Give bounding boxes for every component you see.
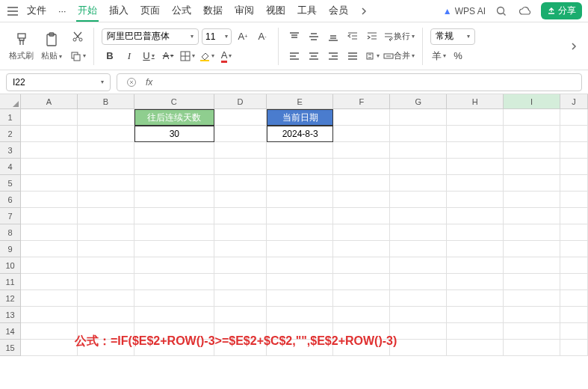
cell[interactable] [390,175,447,192]
font-size-select[interactable]: 11 ▾ [202,28,232,45]
cell[interactable] [447,224,504,241]
strikethrough-button[interactable]: A▾ [160,48,176,64]
cancel-formula-icon[interactable] [123,74,140,91]
col-header-f[interactable]: F [333,94,390,109]
cell[interactable] [504,307,560,323]
col-header-b[interactable]: B [78,94,134,109]
font-increase-icon[interactable]: A+ [235,28,251,45]
number-format-select[interactable]: 常规 ▾ [430,28,475,45]
cell[interactable] [560,175,588,192]
search-icon[interactable] [493,3,510,19]
cell[interactable] [560,159,588,175]
row-header[interactable]: 11 [0,274,21,290]
menu-file[interactable]: 文件 [22,2,51,19]
row-header[interactable]: 12 [0,290,21,307]
cell[interactable] [267,241,334,257]
cell[interactable] [504,175,560,192]
cell[interactable]: 2024-8-3 [267,126,334,142]
cell[interactable] [504,274,560,290]
copy-icon[interactable]: ▾ [69,48,86,64]
orientation-icon[interactable]: ▾ [364,48,380,64]
cell[interactable] [78,142,134,159]
menu-tab-page[interactable]: 页面 [136,2,164,19]
cell[interactable] [21,142,78,159]
cell[interactable] [214,126,267,142]
cell[interactable] [21,257,78,274]
cell[interactable] [78,241,134,257]
merge-button[interactable]: 合并▾ [383,48,415,64]
cell[interactable]: 当前日期 [267,109,334,126]
cell[interactable] [214,208,267,224]
cell[interactable] [447,159,504,175]
cell[interactable] [333,257,390,274]
col-header-i[interactable]: I [504,94,560,109]
cell[interactable] [78,208,134,224]
cell[interactable] [214,307,267,323]
cell[interactable] [560,241,588,257]
font-color-button[interactable]: A▾ [218,48,235,64]
cell[interactable] [21,340,78,356]
align-right-icon[interactable] [325,48,341,64]
cell[interactable] [333,224,390,241]
cell[interactable] [134,274,214,290]
cell[interactable] [78,274,134,290]
cell[interactable] [214,241,267,257]
cell[interactable] [134,142,214,159]
cloud-icon[interactable] [517,3,533,19]
cells-area[interactable]: 往后连续天数当前日期302024-8-3 [21,109,588,356]
cell[interactable] [214,257,267,274]
cell[interactable] [333,175,390,192]
align-middle-icon[interactable] [306,28,322,45]
cell[interactable] [134,175,214,192]
cell[interactable] [134,290,214,307]
formula-input[interactable] [158,77,575,88]
cell[interactable] [214,142,267,159]
cell[interactable] [21,307,78,323]
row-header[interactable]: 8 [0,224,21,241]
cell[interactable] [333,208,390,224]
cell[interactable] [390,142,447,159]
cell[interactable] [390,274,447,290]
col-header-d[interactable]: D [214,94,267,109]
cell[interactable]: 往后连续天数 [134,109,214,126]
cell[interactable] [78,175,134,192]
cell[interactable] [267,192,334,208]
row-header[interactable]: 10 [0,257,21,274]
col-header-j[interactable]: J [560,94,588,109]
underline-button[interactable]: U▾ [140,48,157,64]
cell[interactable] [134,257,214,274]
row-header[interactable]: 4 [0,159,21,175]
font-name-select[interactable]: 阿里巴巴普惠体 ▾ [102,28,199,45]
cell[interactable] [504,241,560,257]
cell[interactable] [504,192,560,208]
cell[interactable] [21,323,78,340]
row-header[interactable]: 1 [0,109,21,126]
cell[interactable] [390,323,447,340]
cell[interactable] [134,224,214,241]
menu-tab-insert[interactable]: 插入 [105,2,133,19]
font-decrease-icon[interactable]: A- [254,28,270,45]
row-header[interactable]: 9 [0,241,21,257]
cell[interactable] [560,142,588,159]
cell[interactable] [214,159,267,175]
cell[interactable] [447,241,504,257]
cell[interactable] [390,257,447,274]
menu-tab-tools[interactable]: 工具 [293,2,321,19]
menu-tab-view[interactable]: 视图 [261,2,290,19]
cell[interactable] [560,274,588,290]
cell[interactable] [134,307,214,323]
cell[interactable] [560,290,588,307]
cell[interactable] [447,109,504,126]
row-header[interactable]: 3 [0,142,21,159]
fx-icon[interactable]: fx [146,77,152,88]
cut-icon[interactable] [69,28,86,45]
cell[interactable] [390,241,447,257]
cell[interactable] [447,126,504,142]
cell[interactable] [333,307,390,323]
cell[interactable] [504,142,560,159]
cell[interactable] [504,323,560,340]
cell[interactable] [447,290,504,307]
cell[interactable] [333,241,390,257]
cell[interactable] [447,257,504,274]
cell[interactable] [78,224,134,241]
